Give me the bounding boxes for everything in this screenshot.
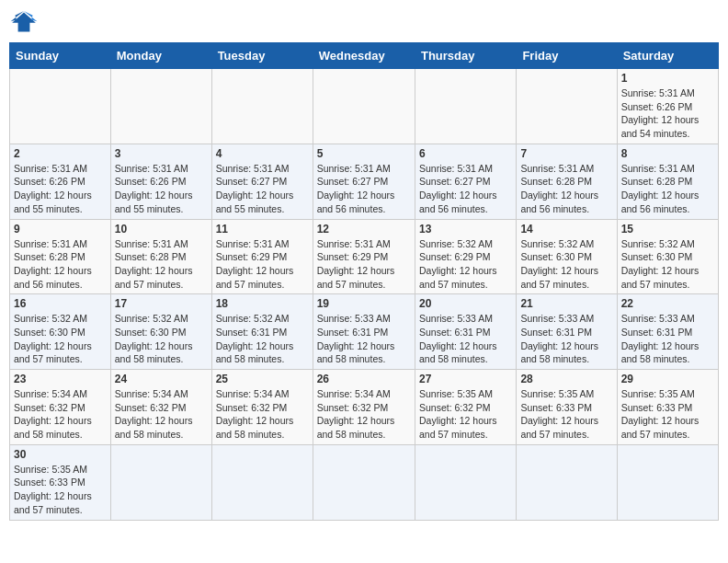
calendar-week-2: 2Sunrise: 5:31 AM Sunset: 6:26 PM Daylig… xyxy=(10,144,719,219)
day-number: 28 xyxy=(520,373,612,385)
day-info: Sunrise: 5:35 AM Sunset: 6:33 PM Dayligh… xyxy=(14,463,107,517)
calendar-cell: 11Sunrise: 5:31 AM Sunset: 6:29 PM Dayli… xyxy=(211,219,313,294)
calendar-table: SundayMondayTuesdayWednesdayThursdayFrid… xyxy=(9,42,719,521)
weekday-header-tuesday: Tuesday xyxy=(211,43,313,69)
day-number: 11 xyxy=(216,223,309,236)
weekday-header-sunday: Sunday xyxy=(10,43,111,69)
calendar-cell: 9Sunrise: 5:31 AM Sunset: 6:28 PM Daylig… xyxy=(10,219,111,294)
day-info: Sunrise: 5:31 AM Sunset: 6:27 PM Dayligh… xyxy=(419,162,512,216)
day-info: Sunrise: 5:32 AM Sunset: 6:30 PM Dayligh… xyxy=(621,237,714,292)
day-number: 29 xyxy=(621,373,714,385)
day-number: 8 xyxy=(621,147,714,160)
calendar-cell xyxy=(617,444,718,520)
day-info: Sunrise: 5:34 AM Sunset: 6:32 PM Dayligh… xyxy=(317,387,411,442)
calendar-cell: 3Sunrise: 5:31 AM Sunset: 6:26 PM Daylig… xyxy=(110,144,211,219)
day-info: Sunrise: 5:33 AM Sunset: 6:31 PM Dayligh… xyxy=(621,312,714,366)
weekday-header-saturday: Saturday xyxy=(617,43,718,69)
calendar-cell: 21Sunrise: 5:33 AM Sunset: 6:31 PM Dayli… xyxy=(517,294,617,370)
day-info: Sunrise: 5:31 AM Sunset: 6:28 PM Dayligh… xyxy=(621,162,714,216)
day-info: Sunrise: 5:35 AM Sunset: 6:32 PM Dayligh… xyxy=(419,387,512,442)
calendar-cell: 23Sunrise: 5:34 AM Sunset: 6:32 PM Dayli… xyxy=(10,370,111,445)
calendar-cell xyxy=(110,69,211,144)
day-number: 14 xyxy=(520,223,612,236)
day-info: Sunrise: 5:34 AM Sunset: 6:32 PM Dayligh… xyxy=(216,387,309,442)
calendar-cell: 6Sunrise: 5:31 AM Sunset: 6:27 PM Daylig… xyxy=(415,144,516,219)
calendar-cell: 5Sunrise: 5:31 AM Sunset: 6:27 PM Daylig… xyxy=(313,144,415,219)
day-info: Sunrise: 5:34 AM Sunset: 6:32 PM Dayligh… xyxy=(14,387,107,442)
day-number: 16 xyxy=(14,297,107,310)
calendar-cell: 30Sunrise: 5:35 AM Sunset: 6:33 PM Dayli… xyxy=(10,444,111,520)
day-number: 9 xyxy=(14,223,107,236)
day-info: Sunrise: 5:32 AM Sunset: 6:29 PM Dayligh… xyxy=(419,237,512,292)
calendar-cell: 24Sunrise: 5:34 AM Sunset: 6:32 PM Dayli… xyxy=(110,370,211,445)
calendar-cell: 16Sunrise: 5:32 AM Sunset: 6:30 PM Dayli… xyxy=(10,294,111,370)
calendar-cell: 4Sunrise: 5:31 AM Sunset: 6:27 PM Daylig… xyxy=(211,144,313,219)
day-number: 23 xyxy=(14,373,107,385)
calendar-week-5: 23Sunrise: 5:34 AM Sunset: 6:32 PM Dayli… xyxy=(10,370,719,445)
day-number: 20 xyxy=(419,297,512,310)
day-info: Sunrise: 5:31 AM Sunset: 6:26 PM Dayligh… xyxy=(115,162,208,216)
day-number: 26 xyxy=(317,373,411,385)
calendar-cell: 22Sunrise: 5:33 AM Sunset: 6:31 PM Dayli… xyxy=(617,294,718,370)
day-info: Sunrise: 5:31 AM Sunset: 6:28 PM Dayligh… xyxy=(14,237,107,292)
page-header xyxy=(9,9,719,35)
calendar-cell: 26Sunrise: 5:34 AM Sunset: 6:32 PM Dayli… xyxy=(313,370,415,445)
day-number: 24 xyxy=(115,373,208,385)
day-info: Sunrise: 5:31 AM Sunset: 6:29 PM Dayligh… xyxy=(317,237,411,292)
calendar-cell xyxy=(415,69,516,144)
calendar-cell: 8Sunrise: 5:31 AM Sunset: 6:28 PM Daylig… xyxy=(617,144,718,219)
day-info: Sunrise: 5:32 AM Sunset: 6:30 PM Dayligh… xyxy=(520,237,612,292)
calendar-cell: 7Sunrise: 5:31 AM Sunset: 6:28 PM Daylig… xyxy=(517,144,617,219)
day-info: Sunrise: 5:33 AM Sunset: 6:31 PM Dayligh… xyxy=(419,312,512,366)
day-number: 5 xyxy=(317,147,411,160)
day-number: 25 xyxy=(216,373,309,385)
day-info: Sunrise: 5:34 AM Sunset: 6:32 PM Dayligh… xyxy=(115,387,208,442)
day-number: 22 xyxy=(621,297,714,310)
calendar-cell xyxy=(415,444,516,520)
calendar-cell: 28Sunrise: 5:35 AM Sunset: 6:33 PM Dayli… xyxy=(517,370,617,445)
day-info: Sunrise: 5:33 AM Sunset: 6:31 PM Dayligh… xyxy=(317,312,411,366)
calendar-cell: 27Sunrise: 5:35 AM Sunset: 6:32 PM Dayli… xyxy=(415,370,516,445)
calendar-week-1: 1Sunrise: 5:31 AM Sunset: 6:26 PM Daylig… xyxy=(10,69,719,144)
calendar-cell xyxy=(211,444,313,520)
day-info: Sunrise: 5:35 AM Sunset: 6:33 PM Dayligh… xyxy=(520,387,612,442)
day-info: Sunrise: 5:32 AM Sunset: 6:31 PM Dayligh… xyxy=(216,312,309,366)
day-number: 4 xyxy=(216,147,309,160)
calendar-cell xyxy=(110,444,211,520)
day-info: Sunrise: 5:31 AM Sunset: 6:27 PM Dayligh… xyxy=(216,162,309,216)
day-number: 19 xyxy=(317,297,411,310)
calendar-cell: 12Sunrise: 5:31 AM Sunset: 6:29 PM Dayli… xyxy=(313,219,415,294)
calendar-cell xyxy=(313,69,415,144)
day-info: Sunrise: 5:31 AM Sunset: 6:26 PM Dayligh… xyxy=(621,86,714,141)
calendar-cell: 18Sunrise: 5:32 AM Sunset: 6:31 PM Dayli… xyxy=(211,294,313,370)
calendar-cell: 2Sunrise: 5:31 AM Sunset: 6:26 PM Daylig… xyxy=(10,144,111,219)
day-info: Sunrise: 5:31 AM Sunset: 6:27 PM Dayligh… xyxy=(317,162,411,216)
calendar-cell: 25Sunrise: 5:34 AM Sunset: 6:32 PM Dayli… xyxy=(211,370,313,445)
calendar-cell xyxy=(211,69,313,144)
calendar-cell: 20Sunrise: 5:33 AM Sunset: 6:31 PM Dayli… xyxy=(415,294,516,370)
weekday-header-row: SundayMondayTuesdayWednesdayThursdayFrid… xyxy=(10,43,719,69)
calendar-cell: 13Sunrise: 5:32 AM Sunset: 6:29 PM Dayli… xyxy=(415,219,516,294)
day-number: 12 xyxy=(317,223,411,236)
day-number: 6 xyxy=(419,147,512,160)
day-number: 2 xyxy=(14,147,107,160)
day-number: 30 xyxy=(14,448,107,461)
weekday-header-wednesday: Wednesday xyxy=(313,43,415,69)
day-number: 17 xyxy=(115,297,208,310)
calendar-week-3: 9Sunrise: 5:31 AM Sunset: 6:28 PM Daylig… xyxy=(10,219,719,294)
day-number: 7 xyxy=(520,147,612,160)
calendar-cell xyxy=(10,69,111,144)
calendar-cell: 1Sunrise: 5:31 AM Sunset: 6:26 PM Daylig… xyxy=(617,69,718,144)
logo xyxy=(9,9,42,35)
day-number: 21 xyxy=(520,297,612,310)
day-number: 1 xyxy=(621,72,714,85)
day-number: 13 xyxy=(419,223,512,236)
weekday-header-thursday: Thursday xyxy=(415,43,516,69)
day-info: Sunrise: 5:31 AM Sunset: 6:26 PM Dayligh… xyxy=(14,162,107,216)
day-info: Sunrise: 5:35 AM Sunset: 6:33 PM Dayligh… xyxy=(621,387,714,442)
day-number: 3 xyxy=(115,147,208,160)
calendar-cell: 29Sunrise: 5:35 AM Sunset: 6:33 PM Dayli… xyxy=(617,370,718,445)
calendar-cell: 15Sunrise: 5:32 AM Sunset: 6:30 PM Dayli… xyxy=(617,219,718,294)
calendar-cell xyxy=(313,444,415,520)
day-info: Sunrise: 5:31 AM Sunset: 6:28 PM Dayligh… xyxy=(520,162,612,216)
